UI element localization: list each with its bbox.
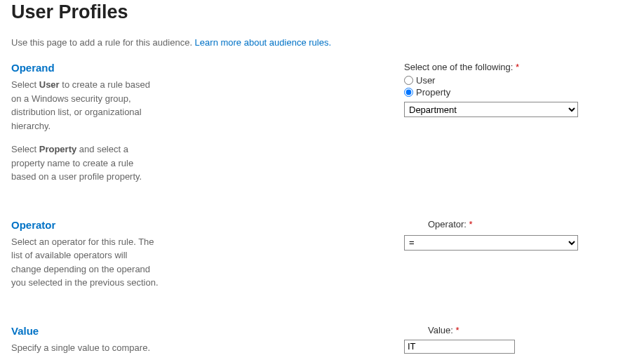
required-marker: * <box>469 219 473 229</box>
intro-text-span: Use this page to add a rule for this aud… <box>11 37 195 48</box>
value-section: Value Specify a single value to compare.… <box>11 325 633 361</box>
operand-label: Select one of the following: * <box>404 62 633 72</box>
operand-desc2-pre: Select <box>11 144 39 154</box>
learn-more-link[interactable]: Learn more about audience rules. <box>195 37 331 48</box>
required-marker: * <box>456 325 459 335</box>
operand-desc-1: Select User to create a rule based on a … <box>11 78 159 133</box>
operand-section: Operand Select User to create a rule bas… <box>11 62 633 194</box>
required-marker: * <box>516 62 519 72</box>
operand-desc1-pre: Select <box>11 79 39 90</box>
value-input[interactable] <box>404 340 515 354</box>
operand-label-text: Select one of the following: <box>404 62 516 72</box>
operator-left: Operator Select an operator for this rul… <box>11 219 187 300</box>
value-label: Value: * <box>428 325 633 335</box>
value-label-text: Value: <box>428 325 456 335</box>
operand-left: Operand Select User to create a rule bas… <box>11 62 187 194</box>
operand-right: Select one of the following: * User Prop… <box>187 62 633 194</box>
operand-select[interactable]: Department <box>404 102 578 117</box>
radio-property[interactable] <box>404 88 413 97</box>
operand-desc2-bold: Property <box>39 144 76 154</box>
value-heading: Value <box>11 325 159 337</box>
operator-label: Operator: * <box>428 219 633 229</box>
page-title: User Profiles <box>11 0 633 23</box>
operator-heading: Operator <box>11 219 159 231</box>
radio-row-user: User <box>404 75 633 86</box>
value-left: Value Specify a single value to compare. <box>11 325 187 361</box>
operator-right: Operator: * = <box>187 219 633 300</box>
value-desc: Specify a single value to compare. <box>11 341 159 355</box>
radio-property-label: Property <box>416 87 450 98</box>
radio-user-label: User <box>416 75 435 86</box>
radio-user[interactable] <box>404 76 413 85</box>
operand-desc-2: Select Property and select a property na… <box>11 142 159 184</box>
operand-heading: Operand <box>11 62 159 74</box>
operator-section: Operator Select an operator for this rul… <box>11 219 633 300</box>
operator-select[interactable]: = <box>404 235 578 251</box>
intro-text: Use this page to add a rule for this aud… <box>11 37 633 48</box>
operand-desc1-bold: User <box>39 79 60 90</box>
value-right: Value: * <box>187 325 633 361</box>
radio-row-property: Property <box>404 87 633 98</box>
operator-label-text: Operator: <box>428 219 469 229</box>
operator-desc: Select an operator for this rule. The li… <box>11 235 159 290</box>
